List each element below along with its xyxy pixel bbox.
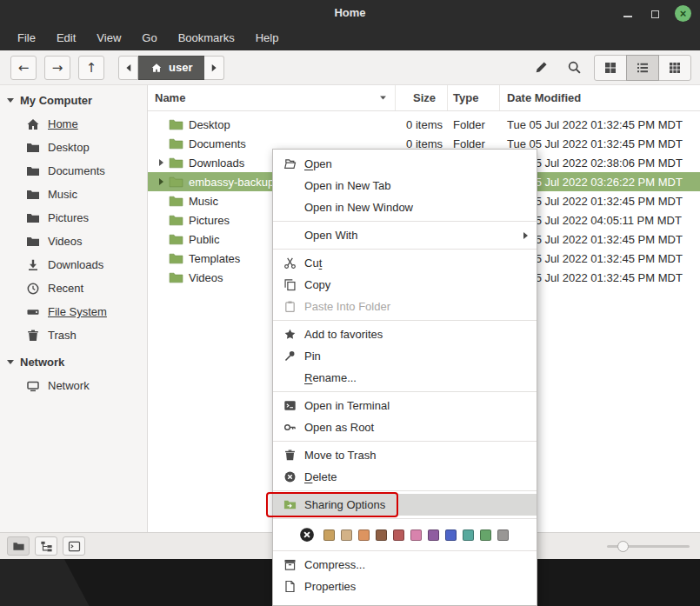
- terminal-icon: [282, 399, 297, 413]
- folder-green-icon: [169, 117, 183, 132]
- menu-item-sharing-options[interactable]: Sharing Options: [273, 494, 537, 516]
- treeview-toggle-button[interactable]: [35, 536, 57, 556]
- menu-item-properties[interactable]: Properties: [273, 576, 537, 597]
- menu-item-open-in-terminal[interactable]: Open in Terminal: [273, 395, 537, 416]
- column-header-size[interactable]: Size: [396, 85, 448, 110]
- recent-icon: [26, 282, 40, 296]
- compact-view-button[interactable]: [658, 55, 691, 81]
- zoom-knob[interactable]: [617, 541, 629, 552]
- menu-item-copy[interactable]: Copy: [273, 274, 537, 296]
- menu-item-label: Delete: [304, 470, 337, 483]
- menubar-item-go[interactable]: Go: [131, 26, 167, 50]
- places-icon: [12, 540, 25, 553]
- breadcrumb-right-button[interactable]: [204, 56, 224, 80]
- sidebar-item-label: Documents: [48, 164, 105, 177]
- maximize-icon: [651, 10, 659, 18]
- sidebar-item-home[interactable]: Home: [0, 112, 147, 136]
- folder-color-swatch-3[interactable]: [376, 529, 387, 541]
- menu-item-label: Open in New Window: [304, 201, 413, 214]
- search-button[interactable]: [563, 57, 585, 79]
- menu-item-move-to-trash[interactable]: Move to Trash: [273, 444, 537, 466]
- sidebar-item-downloads[interactable]: Downloads: [0, 253, 147, 276]
- minimize-button[interactable]: [621, 6, 635, 20]
- menu-item-open-in-new-window[interactable]: Open in New Window: [273, 196, 537, 218]
- menu-item-open-with[interactable]: Open With: [273, 224, 537, 246]
- toggle-location-entry-icon: [534, 60, 549, 75]
- file-row-desktop[interactable]: Desktop0 itemsFolderTue 05 Jul 2022 01:3…: [148, 115, 700, 134]
- menu-item-pin[interactable]: Pin: [273, 345, 537, 367]
- menu-item-open-as-root[interactable]: Open as Root: [273, 416, 537, 438]
- folder-color-swatch-8[interactable]: [463, 529, 474, 541]
- sidebar-item-music[interactable]: Music: [0, 183, 147, 206]
- terminal-toggle-button[interactable]: [63, 536, 85, 556]
- favorite-icon: [282, 328, 297, 342]
- menubar-item-bookmarks[interactable]: Bookmarks: [168, 26, 245, 50]
- zoom-slider[interactable]: [607, 533, 690, 559]
- menu-item-open-in-new-tab[interactable]: Open in New Tab: [273, 175, 537, 196]
- clear-color-icon: [299, 527, 315, 543]
- menu-item-cut[interactable]: Cut: [273, 252, 537, 274]
- nav-buttons: ←→↑: [10, 56, 104, 80]
- folder-green-icon: [169, 194, 183, 209]
- sidebar-section-my-computer[interactable]: My Computer: [0, 85, 147, 112]
- folder-color-swatch-0[interactable]: [323, 529, 335, 541]
- column-header-type[interactable]: Type: [448, 85, 500, 110]
- menu-item-paste-into-folder: Paste Into Folder: [273, 296, 537, 317]
- row-expander[interactable]: [155, 178, 167, 185]
- menu-item-add-to-favorites[interactable]: Add to favorites: [273, 323, 537, 345]
- sidebar-item-label: Desktop: [48, 141, 90, 154]
- sidebar-item-desktop[interactable]: Desktop: [0, 136, 147, 159]
- menu-separator: [273, 249, 537, 250]
- folder-color-swatch-9[interactable]: [480, 529, 491, 541]
- section-expander-icon: [7, 360, 14, 364]
- sidebar-item-documents[interactable]: Documents: [0, 159, 147, 183]
- column-header-date-modified[interactable]: Date Modified: [500, 85, 700, 110]
- sidebar-item-trash[interactable]: Trash: [0, 323, 147, 347]
- chevron-right-icon: [209, 63, 219, 73]
- titlebar[interactable]: Home ×: [0, 0, 700, 26]
- menubar-item-file[interactable]: File: [7, 26, 46, 50]
- back-button[interactable]: ←: [10, 56, 37, 80]
- breadcrumb-left-button[interactable]: [118, 56, 138, 80]
- treeview-icon: [40, 540, 53, 553]
- icon-view-button[interactable]: [594, 55, 627, 81]
- clear-folder-color-button[interactable]: [299, 527, 315, 543]
- menu-item-label: Sharing Options: [304, 498, 385, 511]
- folder-color-swatch-7[interactable]: [445, 529, 457, 541]
- sidebar-item-recent[interactable]: Recent: [0, 276, 147, 300]
- menubar-item-edit[interactable]: Edit: [46, 26, 86, 50]
- toggle-location-entry-button[interactable]: [530, 57, 552, 79]
- column-headers: NameSizeTypeDate Modified: [148, 85, 700, 111]
- folder-color-swatch-1[interactable]: [341, 529, 352, 541]
- column-header-label: Name: [155, 91, 185, 104]
- folder-color-swatch-6[interactable]: [428, 529, 439, 541]
- folder-color-swatch-10[interactable]: [497, 529, 509, 541]
- folder-color-swatch-4[interactable]: [393, 529, 404, 541]
- row-expander[interactable]: [155, 159, 167, 166]
- menubar-item-view[interactable]: View: [86, 26, 131, 50]
- breadcrumb-segment-user[interactable]: user: [138, 56, 204, 80]
- sidebar-section-network[interactable]: Network: [0, 347, 147, 374]
- menu-icon-slot: [282, 229, 297, 243]
- menu-item-rename[interactable]: Rename...: [273, 367, 537, 389]
- menu-item-delete[interactable]: Delete: [273, 466, 537, 488]
- menu-item-label: Compress...: [304, 558, 365, 571]
- menu-item-compress[interactable]: Compress...: [273, 554, 537, 576]
- sidebar-item-pictures[interactable]: Pictures: [0, 206, 147, 230]
- sidebar-item-videos[interactable]: Videos: [0, 230, 147, 253]
- folder-color-swatch-2[interactable]: [358, 529, 370, 541]
- folder-color-swatch-5[interactable]: [410, 529, 422, 541]
- list-view-button[interactable]: [626, 55, 659, 81]
- folder-icon: [26, 188, 40, 202]
- column-header-name[interactable]: Name: [148, 85, 396, 110]
- sidebar-item-file-system[interactable]: File System: [0, 300, 147, 323]
- sidebar-item-network[interactable]: Network: [0, 374, 147, 397]
- menubar-item-help[interactable]: Help: [245, 26, 290, 50]
- places-toggle-button[interactable]: [7, 536, 30, 556]
- menu-item-open[interactable]: Open: [273, 153, 537, 175]
- breadcrumb-label: user: [169, 61, 192, 74]
- up-button[interactable]: ↑: [78, 56, 104, 80]
- maximize-button[interactable]: [648, 6, 662, 20]
- forward-button[interactable]: →: [44, 56, 70, 80]
- close-button[interactable]: ×: [675, 5, 691, 22]
